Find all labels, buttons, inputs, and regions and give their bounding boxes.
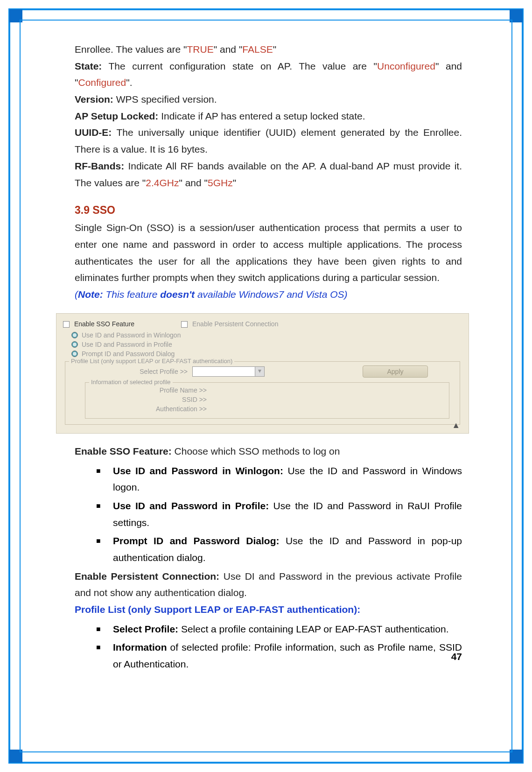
label-uuid: UUID-E: [75, 127, 112, 138]
profile-name-label: Profile Name >> [90, 386, 211, 394]
fieldset-legend: Profile List (only support LEAP or EAP-F… [69, 358, 234, 365]
text: Enrollee. The values are " [75, 44, 187, 55]
paragraph-enable-persistent: Enable Persistent Connection: Use DI and… [75, 568, 462, 601]
bullet-list-profile: Select Profile: Select a profile contain… [96, 621, 462, 673]
label-apsetup: AP Setup Locked: [75, 111, 158, 121]
text: " and " [179, 177, 208, 188]
radio-option-prompt[interactable]: Prompt ID and Password Dialog [71, 350, 462, 358]
paragraph-rfbands: RF-Bands: Indicate All RF bands availabl… [75, 158, 462, 191]
radio-icon [71, 341, 78, 348]
value-2-4ghz: 2.4GHz [146, 177, 179, 188]
label-enable-persistent: Enable Persistent Connection: [75, 571, 219, 582]
text: The universally unique identifier (UUID)… [75, 127, 462, 154]
list-item: Information of selected profile: Profile… [96, 639, 462, 672]
paragraph-apsetup: AP Setup Locked: Indicate if AP has ente… [75, 108, 462, 125]
bullet-label: Select Profile: [113, 624, 178, 634]
text: " [233, 177, 236, 188]
value-false: FALSE [242, 44, 273, 55]
panel-header-row: Enable SSO Feature Enable Persistent Con… [63, 320, 462, 328]
label-enable-sso: Enable SSO Feature: [75, 446, 172, 456]
paragraph-uuid: UUID-E: The universally unique identifie… [75, 124, 462, 157]
page-number: 47 [451, 651, 462, 662]
text: Indicate if AP has entered a setup locke… [158, 111, 365, 121]
note-label: Note: [78, 289, 103, 300]
label-version: Version: [75, 94, 113, 105]
bullet-label: Prompt ID and Password Dialog: [113, 535, 279, 546]
text: This feature [103, 289, 161, 300]
text: " and " [214, 44, 243, 55]
value-true: TRUE [187, 44, 214, 55]
select-profile-label: Select Profile >> [71, 368, 192, 375]
note-doesnt: doesn't [160, 289, 195, 300]
authentication-label: Authentication >> [90, 405, 211, 413]
bullet-list-sso-methods: Use ID and Password in Winlogon: Use the… [96, 463, 462, 566]
ssid-label: SSID >> [90, 396, 211, 403]
select-profile-row: Select Profile >> ▾ Apply [71, 365, 454, 378]
profile-list-heading: Profile List (only Support LEAP or EAP-F… [75, 601, 462, 618]
information-fieldset: Information of selected profile Profile … [85, 382, 449, 419]
chevron-down-icon: ▾ [255, 367, 264, 376]
bullet-text: Select a profile containing LEAP or EAP-… [178, 624, 448, 634]
radio-option-winlogon[interactable]: Use ID and Password in Winlogon [71, 331, 462, 339]
label-state: State: [75, 61, 102, 71]
text: Choose which SSO methods to log on [172, 446, 340, 456]
paragraph-enable-sso: Enable SSO Feature: Choose which SSO met… [75, 443, 462, 460]
paragraph-version: Version: WPS specified version. [75, 91, 462, 108]
value-unconfigured: Unconfigured [377, 61, 435, 71]
radio-icon [71, 351, 78, 357]
apply-button[interactable]: Apply [363, 365, 428, 378]
radio-icon [71, 332, 78, 338]
sso-config-panel: Enable SSO Feature Enable Persistent Con… [56, 313, 469, 434]
list-item: Prompt ID and Password Dialog: Use the I… [96, 533, 462, 566]
enable-sso-label: Enable SSO Feature [74, 320, 134, 328]
list-item: Use ID and Password in Winlogon: Use the… [96, 463, 462, 496]
paragraph-enrollee: Enrollee. The values are "TRUE" and "FAL… [75, 41, 462, 58]
text: Indicate All RF bands available on the A… [75, 161, 462, 188]
note-line: (Note: This feature doesn't available Wi… [75, 286, 462, 303]
profile-list-fieldset: Profile List (only support LEAP or EAP-F… [65, 361, 460, 425]
bullet-label: Use ID and Password in Winlogon: [113, 465, 283, 476]
bullet-label: Information [113, 642, 167, 653]
radio-label: Use ID and Password in Winlogon [82, 331, 181, 339]
enable-sso-checkbox-group[interactable]: Enable SSO Feature [63, 320, 134, 328]
label-rfbands: RF-Bands: [75, 161, 124, 171]
checkbox-icon [63, 321, 70, 328]
page-content: Enrollee. The values are "TRUE" and "FAL… [75, 41, 462, 674]
text: available Windows7 and Vista OS) [195, 289, 347, 300]
section-heading-sso: 3.9 SSO [75, 204, 462, 217]
paragraph-sso-description: Single Sign-On (SSO) is a session/user a… [75, 219, 462, 286]
value-configured: Configured [78, 77, 126, 88]
text: The current configuration state on AP. T… [102, 61, 377, 71]
value-5ghz: 5GHz [208, 177, 233, 188]
text: ( [75, 289, 78, 300]
select-profile-dropdown[interactable]: ▾ [192, 366, 265, 377]
radio-option-profile[interactable]: Use ID and Password in Profile [71, 341, 462, 348]
enable-persistent-checkbox-group[interactable]: Enable Persistent Connection [181, 320, 278, 328]
list-item: Select Profile: Select a profile contain… [96, 621, 462, 638]
checkbox-icon [181, 321, 188, 328]
text: WPS specified version. [113, 94, 217, 105]
collapse-arrow-icon[interactable]: ▲ [452, 421, 460, 430]
text: ". [126, 77, 132, 88]
inner-legend: Information of selected profile [89, 379, 173, 386]
list-item: Use ID and Password in Profile: Use the … [96, 498, 462, 531]
radio-label: Prompt ID and Password Dialog [82, 350, 175, 358]
bullet-label: Use ID and Password in Profile: [113, 500, 269, 511]
radio-label: Use ID and Password in Profile [82, 341, 172, 348]
paragraph-state: State: The current configuration state o… [75, 58, 462, 91]
enable-persistent-label: Enable Persistent Connection [192, 320, 278, 328]
text: " [273, 44, 276, 55]
